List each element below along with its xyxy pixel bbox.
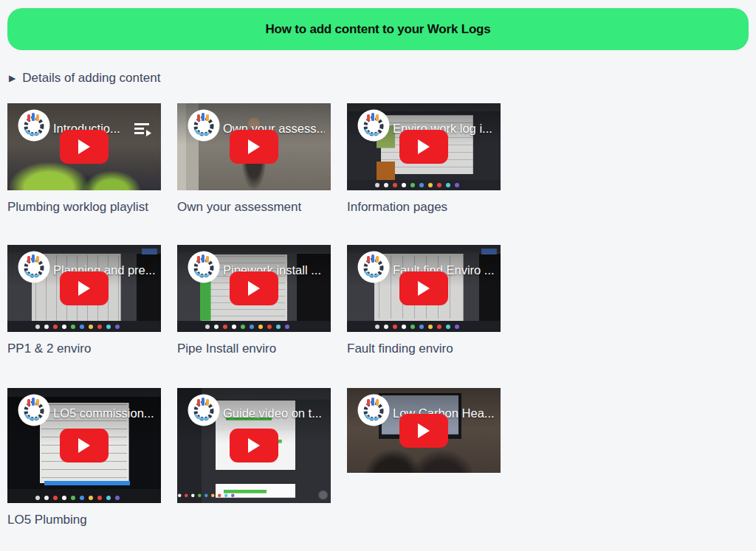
- taskbar-app-dots: [185, 494, 188, 498]
- video-card[interactable]: Low Carbon Hea...: [347, 388, 501, 482]
- banner-title: How to add content to your Work Logs: [265, 22, 490, 37]
- taskbar-app-dots: [53, 325, 58, 329]
- video-grid-row-3: LO5 commission... LO5 Plumbing Guide vid…: [7, 388, 756, 527]
- video-thumbnail[interactable]: Own your assess...: [177, 103, 331, 190]
- channel-avatar-icon: [188, 109, 220, 142]
- video-thumbnail[interactable]: Pipework install ...: [177, 245, 331, 332]
- video-caption: PP1 & 2 enviro: [7, 341, 161, 356]
- video-caption: LO5 Plumbing: [7, 512, 161, 527]
- video-thumbnail[interactable]: Guide video on t...: [177, 388, 331, 503]
- details-label: Details of adding content: [22, 71, 160, 86]
- channel-avatar-icon: [18, 109, 50, 142]
- video-caption: Own your assessment: [177, 199, 331, 215]
- video-card[interactable]: Planning and pre... PP1 & 2 enviro: [7, 245, 161, 356]
- video-thumbnail[interactable]: Introductio...: [7, 103, 161, 190]
- play-button-icon[interactable]: [230, 429, 278, 462]
- taskbar-app-dots: [223, 325, 227, 329]
- video-card[interactable]: Own your assess... Own your assessment: [177, 103, 331, 215]
- play-button-icon[interactable]: [60, 271, 109, 305]
- video-overlay-title: Guide video on t...: [223, 405, 325, 421]
- video-card[interactable]: Pipework install ... Pipe Install enviro: [177, 245, 331, 356]
- taskbar-app-dots: [53, 496, 58, 500]
- play-button-icon[interactable]: [399, 414, 448, 448]
- video-caption: Plumbing worklog playlist: [7, 199, 161, 215]
- play-button-icon[interactable]: [230, 271, 278, 305]
- video-card[interactable]: LO5 commission... LO5 Plumbing: [7, 388, 161, 527]
- channel-avatar-icon: [357, 251, 390, 283]
- video-thumbnail[interactable]: Planning and pre...: [7, 245, 161, 332]
- channel-avatar-icon: [18, 394, 50, 426]
- video-caption: Pipe Install enviro: [177, 341, 331, 356]
- video-thumbnail[interactable]: Low Carbon Hea...: [347, 388, 501, 473]
- channel-avatar-icon: [188, 251, 220, 283]
- video-card[interactable]: Introductio... Plumbing worklog playlist: [7, 103, 161, 215]
- play-button-icon[interactable]: [399, 130, 448, 164]
- video-card[interactable]: Enviro work log i... Information pages: [347, 103, 501, 215]
- details-disclosure-toggle[interactable]: ▶ Details of adding content: [9, 71, 160, 86]
- worklog-header-banner[interactable]: How to add content to your Work Logs: [7, 8, 749, 50]
- video-thumbnail[interactable]: Fault find Enviro ...: [347, 245, 501, 332]
- play-button-icon[interactable]: [399, 271, 448, 305]
- taskbar-app-dots: [393, 325, 397, 329]
- taskbar-app-dots: [393, 183, 397, 187]
- video-thumbnail[interactable]: LO5 commission...: [7, 388, 161, 503]
- channel-avatar-icon: [357, 109, 390, 142]
- channel-avatar-icon: [188, 394, 220, 426]
- video-thumbnail[interactable]: Enviro work log i...: [347, 103, 501, 190]
- video-grid-row-2: Planning and pre... PP1 & 2 enviro Pipew…: [7, 245, 756, 356]
- channel-avatar-icon: [357, 394, 390, 426]
- video-caption: Information pages: [347, 199, 501, 215]
- play-button-icon[interactable]: [60, 429, 109, 462]
- play-button-icon[interactable]: [230, 130, 278, 164]
- video-overlay-title: LO5 commission...: [53, 405, 155, 421]
- channel-avatar-icon: [18, 251, 50, 283]
- playlist-icon: [134, 122, 151, 139]
- video-grid-row-1: Introductio... Plumbing worklog playlist…: [7, 103, 756, 215]
- video-card[interactable]: Fault find Enviro ... Fault finding envi…: [347, 245, 501, 356]
- play-button-icon[interactable]: [60, 130, 109, 164]
- video-caption: Fault finding enviro: [347, 341, 501, 356]
- triangle-right-icon: ▶: [9, 71, 16, 86]
- video-card[interactable]: Guide video on t...: [177, 388, 331, 512]
